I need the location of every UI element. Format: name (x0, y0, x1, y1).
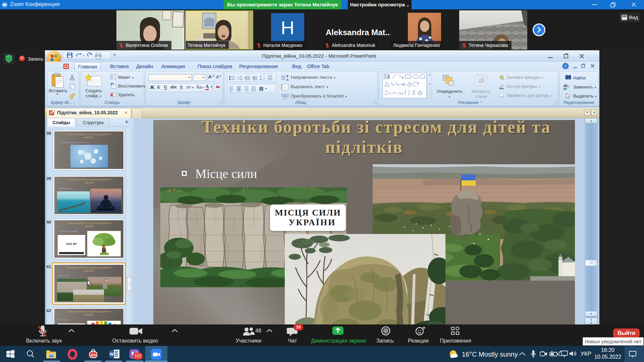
svg-text:A: A (387, 75, 389, 78)
svg-text:ac: ac (564, 87, 568, 90)
svg-text:?: ? (565, 64, 567, 69)
svg-text:2: 2 (237, 77, 238, 79)
svg-text:AD: AD (91, 353, 96, 357)
svg-text:▼: ▼ (265, 87, 267, 90)
svg-text:W: W (110, 352, 114, 357)
svg-text:A: A (216, 85, 218, 89)
